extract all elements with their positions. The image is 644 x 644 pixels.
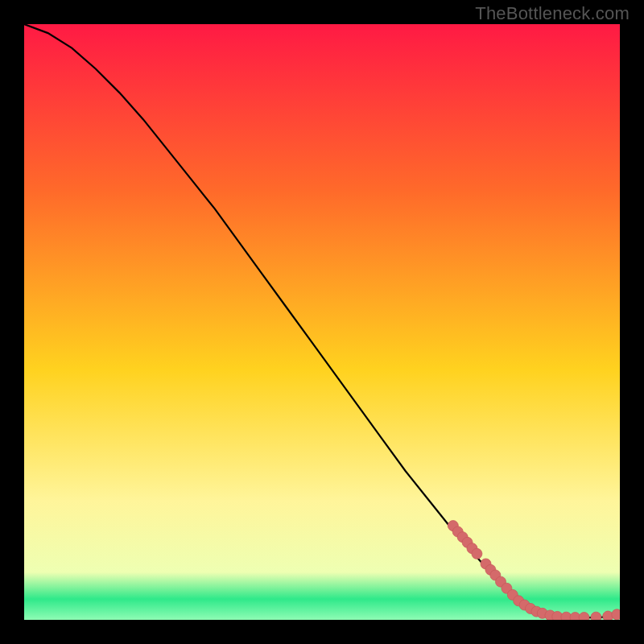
data-marker: [591, 612, 601, 620]
bottleneck-chart: [24, 24, 620, 620]
chart-frame: TheBottleneck.com: [0, 0, 644, 644]
plot-area: [24, 24, 620, 620]
data-marker: [579, 613, 589, 620]
data-marker: [612, 609, 620, 620]
data-marker: [472, 548, 482, 559]
watermark-label: TheBottleneck.com: [475, 3, 630, 24]
gradient-background: [24, 24, 620, 620]
